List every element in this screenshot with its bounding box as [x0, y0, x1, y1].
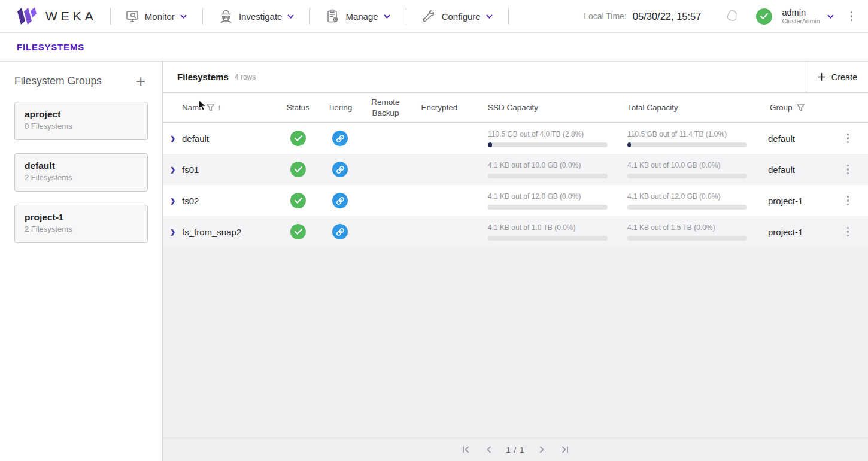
filesystem-group-card[interactable]: project-12 Filesystems	[14, 205, 148, 243]
chevron-down-icon	[180, 14, 187, 19]
pagination-bar: 1 / 1	[163, 438, 868, 461]
ssd-capacity-cell: 4.1 KB out of 10.0 GB (0.0%)	[467, 161, 608, 178]
table-row[interactable]: ❯fs014.1 KB out of 10.0 GB (0.0%)4.1 KB …	[163, 154, 868, 185]
group-filesystem-count: 2 Filesystems	[25, 225, 138, 233]
group-name: default	[25, 160, 138, 171]
filesystem-name: fs01	[182, 165, 275, 175]
nav-manage[interactable]: Manage	[320, 9, 396, 23]
ssd-capacity-cell: 4.1 KB out of 1.0 TB (0.0%)	[467, 223, 608, 241]
capacity-text: 110.5 GB out of 11.4 TB (1.0%)	[627, 130, 768, 138]
column-group[interactable]: Group	[768, 103, 828, 112]
chevron-down-icon[interactable]	[827, 14, 834, 19]
nav-investigate[interactable]: Investigate	[213, 9, 301, 24]
column-total-capacity[interactable]: Total Capacity	[608, 103, 768, 112]
wrench-icon	[422, 9, 436, 23]
column-tiering[interactable]: Tiering	[321, 102, 359, 113]
add-group-button[interactable]: +	[133, 75, 148, 87]
group-name: project-1	[25, 212, 138, 223]
ssd-capacity-cell: 110.5 GB out of 4.0 TB (2.8%)	[467, 130, 608, 147]
weka-logo[interactable]: WEKA	[17, 7, 97, 25]
local-time-value: 05/30/22, 15:57	[633, 11, 702, 22]
chevron-down-icon	[287, 14, 294, 19]
user-name: admin	[782, 8, 820, 18]
clipboard-gear-icon	[326, 9, 340, 23]
total-capacity-cell: 4.1 KB out of 10.0 GB (0.0%)	[608, 161, 768, 178]
expand-row-chevron-icon[interactable]: ❯	[170, 197, 182, 205]
detective-icon	[218, 9, 233, 24]
more-options-button[interactable]	[847, 9, 857, 24]
capacity-text: 4.1 KB out of 10.0 GB (0.0%)	[488, 161, 608, 169]
tiering-link-icon	[332, 131, 348, 146]
table-row[interactable]: ❯fs_from_snap24.1 KB out of 1.0 TB (0.0%…	[163, 216, 868, 247]
top-navigation-bar: WEKA Monitor Investigate	[0, 0, 868, 33]
capacity-text: 4.1 KB out of 12.0 GB (0.0%)	[627, 192, 768, 201]
status-ok-icon	[290, 131, 306, 146]
local-time-label: Local Time:	[584, 11, 627, 21]
total-capacity-cell: 4.1 KB out of 1.5 TB (0.0%)	[608, 223, 768, 241]
column-name[interactable]: Name ↑	[182, 103, 275, 112]
divider	[110, 8, 111, 25]
row-menu-button[interactable]	[843, 225, 853, 239]
group-card-list: aproject0 Filesystemsdefault2 Filesystem…	[14, 102, 148, 243]
nav-configure[interactable]: Configure	[416, 9, 499, 23]
expand-row-chevron-icon[interactable]: ❯	[170, 166, 182, 174]
group-filesystem-count: 0 Filesystems	[25, 122, 138, 131]
page-title: FILESYSTEMS	[17, 42, 84, 52]
row-menu-button[interactable]	[843, 162, 853, 177]
page-indicator: 1 / 1	[506, 445, 524, 454]
expand-row-chevron-icon[interactable]: ❯	[170, 228, 182, 236]
status-ok-icon	[290, 224, 306, 239]
sidebar-title: Filesystem Groups	[14, 75, 102, 87]
capacity-text: 110.5 GB out of 4.0 TB (2.8%)	[488, 130, 608, 138]
group-filesystem-count: 2 Filesystems	[25, 173, 138, 182]
capacity-progress-bar	[488, 142, 608, 147]
table-toolbar: Filesystems 4 rows Create	[163, 62, 868, 93]
previous-page-button[interactable]	[484, 445, 493, 454]
row-menu-button[interactable]	[843, 193, 853, 208]
chevron-down-icon	[384, 14, 390, 19]
nav-manage-label: Manage	[345, 11, 378, 22]
column-remote-backup[interactable]: Remote Backup	[359, 97, 412, 118]
column-status[interactable]: Status	[275, 102, 321, 113]
first-page-button[interactable]	[461, 445, 471, 454]
capacity-progress-bar	[627, 174, 747, 178]
create-filesystem-button[interactable]: Create	[817, 72, 858, 82]
filter-icon[interactable]	[207, 104, 214, 111]
capacity-progress-bar	[488, 174, 608, 178]
tiering-link-icon	[332, 193, 348, 208]
filesystem-name: fs_from_snap2	[182, 227, 275, 237]
row-group: project-1	[768, 227, 828, 237]
sort-ascending-icon[interactable]: ↑	[217, 103, 221, 112]
monitor-magnifier-icon	[125, 9, 139, 23]
expand-row-chevron-icon[interactable]: ❯	[170, 135, 182, 142]
filesystem-group-card[interactable]: aproject0 Filesystems	[14, 102, 148, 140]
capacity-text: 4.1 KB out of 1.5 TB (0.0%)	[627, 223, 768, 232]
table-row[interactable]: ❯default110.5 GB out of 4.0 TB (2.8%)110…	[163, 123, 868, 154]
capacity-progress-bar	[488, 236, 608, 241]
status-ok-icon	[290, 162, 306, 177]
brand-name: WEKA	[45, 9, 97, 23]
capacity-progress-bar	[488, 205, 608, 210]
divider	[309, 8, 310, 25]
table-body: ❯default110.5 GB out of 4.0 TB (2.8%)110…	[163, 123, 868, 247]
notifications-bell-icon[interactable]	[724, 7, 742, 25]
next-page-button[interactable]	[538, 445, 547, 454]
tiering-link-icon	[332, 224, 348, 239]
filter-icon[interactable]	[797, 104, 805, 111]
filesystem-group-card[interactable]: default2 Filesystems	[14, 153, 148, 192]
total-capacity-cell: 110.5 GB out of 11.4 TB (1.0%)	[608, 130, 768, 147]
nav-monitor[interactable]: Monitor	[119, 9, 193, 23]
row-menu-button[interactable]	[843, 131, 853, 146]
column-ssd-capacity[interactable]: SSD Capacity	[467, 103, 608, 112]
nav-configure-label: Configure	[442, 11, 481, 22]
tiering-link-icon	[332, 162, 348, 177]
capacity-text: 4.1 KB out of 12.0 GB (0.0%)	[488, 192, 608, 201]
cluster-status-ok-icon[interactable]	[756, 8, 772, 25]
user-menu[interactable]: admin ClusterAdmin	[782, 8, 820, 25]
table-row[interactable]: ❯fs024.1 KB out of 12.0 GB (0.0%)4.1 KB …	[163, 185, 868, 216]
column-encrypted[interactable]: Encrypted	[412, 102, 467, 113]
total-capacity-cell: 4.1 KB out of 12.0 GB (0.0%)	[608, 192, 768, 210]
ssd-capacity-cell: 4.1 KB out of 12.0 GB (0.0%)	[467, 192, 608, 210]
last-page-button[interactable]	[560, 445, 570, 454]
nav-monitor-label: Monitor	[145, 11, 175, 22]
